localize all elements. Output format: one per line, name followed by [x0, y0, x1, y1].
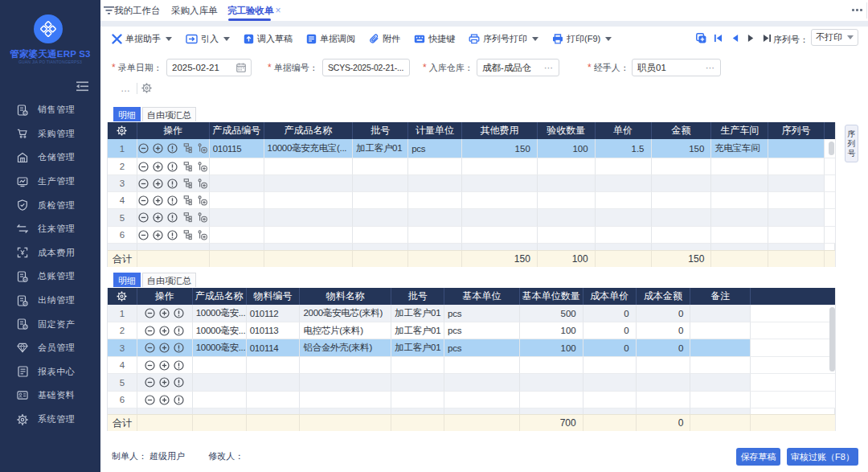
grid-cell[interactable] [247, 357, 301, 374]
grid-cell[interactable]: 0 [583, 339, 637, 357]
grid-scrollbar-thumb[interactable] [829, 142, 834, 155]
grid-cell[interactable]: 0 [583, 322, 637, 339]
grid-cell[interactable] [462, 192, 538, 209]
warn-circle-icon[interactable] [167, 162, 178, 172]
form-settings-gear-icon[interactable] [141, 83, 152, 93]
plus-circle-icon[interactable] [159, 308, 170, 318]
minus-circle-icon[interactable] [138, 162, 149, 172]
grid-cell[interactable]: 加工客户01 [391, 305, 444, 322]
plus-circle-icon[interactable] [153, 195, 163, 206]
sidebar-item-6[interactable]: 成本费用 [0, 241, 100, 265]
grid-1-row-4[interactable]: 4 [108, 357, 835, 374]
grid-cell[interactable] [264, 209, 354, 227]
grid-cell[interactable] [408, 192, 462, 209]
minus-circle-icon[interactable] [138, 195, 149, 206]
grid-1-row-6[interactable]: 6 [108, 392, 835, 408]
grid-cell[interactable] [711, 227, 768, 244]
grid-cell[interactable]: 1.5 [596, 139, 652, 158]
minus-circle-icon[interactable] [138, 179, 149, 189]
serial-side-button[interactable]: 序列号 [845, 125, 858, 162]
grid-cell[interactable] [300, 357, 391, 374]
sidebar-item-0[interactable]: 销售管理 [0, 98, 100, 122]
grid-1-tab-0[interactable]: 明细 [113, 273, 141, 287]
grid-cell[interactable] [652, 158, 712, 175]
minus-circle-icon[interactable] [145, 343, 155, 353]
grid-cell[interactable]: 10000毫安充电宝(... [264, 139, 354, 158]
grid-cell[interactable] [264, 227, 354, 244]
grid-0-row-6[interactable]: 6 [108, 227, 835, 244]
grid-cell[interactable]: 100 [520, 322, 583, 339]
grid-cell[interactable] [210, 227, 264, 244]
warn-circle-icon[interactable] [174, 377, 184, 388]
grid-cell[interactable] [210, 158, 264, 175]
grid-cell[interactable] [538, 192, 596, 209]
warn-circle-icon[interactable] [174, 326, 184, 336]
warn-circle-icon[interactable] [174, 395, 184, 405]
grid-cell[interactable]: 充电宝车间 [711, 139, 768, 158]
first-record-icon[interactable] [714, 34, 723, 45]
grid-0-row-3[interactable]: 3 [108, 175, 835, 192]
grid-cell[interactable]: pcs [444, 305, 520, 322]
grid-cell[interactable] [690, 374, 751, 392]
grid-cell[interactable] [247, 374, 301, 392]
tabbar-more-icon[interactable] [852, 9, 862, 11]
grid-cell[interactable]: 电控芯片(来料) [300, 322, 391, 339]
grid-cell[interactable] [247, 392, 301, 408]
grid-0-tab-0[interactable]: 明细 [113, 107, 141, 121]
grid-cell[interactable] [408, 209, 462, 227]
sidebar-collapse-icon[interactable] [76, 81, 88, 92]
sidebar-item-2[interactable]: 仓储管理 [0, 146, 100, 170]
grid-cell[interactable] [353, 227, 408, 244]
grid-1-row-2[interactable]: 210000毫安...010113电控芯片(来料)加工客户01pcs10000 [108, 322, 835, 339]
grid-cell[interactable] [300, 374, 391, 392]
sidebar-item-1[interactable]: 采购管理 [0, 122, 100, 146]
sidebar-item-3[interactable]: 生产管理 [0, 170, 100, 194]
grid-cell[interactable]: 0 [583, 305, 637, 322]
form-input-0[interactable]: 2025-02-21 [166, 59, 252, 76]
grid-cell[interactable] [596, 209, 652, 227]
grid-cell[interactable] [462, 227, 538, 244]
grid-cell[interactable] [210, 175, 264, 192]
tab-list-icon[interactable] [104, 6, 114, 18]
grid-0-row-2[interactable]: 2 [108, 158, 835, 175]
grid-cell[interactable] [690, 392, 751, 408]
grid-cell[interactable] [652, 209, 712, 227]
grid-cell[interactable] [711, 175, 768, 192]
save-draft-button[interactable]: 保存草稿 [736, 448, 780, 466]
grid-cell[interactable] [652, 227, 712, 244]
serial-add-icon[interactable] [197, 212, 208, 223]
grid-cell[interactable] [193, 374, 247, 392]
grid-cell[interactable] [538, 209, 596, 227]
grid-cell[interactable] [637, 374, 691, 392]
grid-cell[interactable] [520, 392, 583, 408]
plus-circle-icon[interactable] [153, 143, 163, 154]
warn-circle-icon[interactable] [167, 212, 178, 223]
calendar-icon[interactable] [236, 63, 246, 72]
grid-0-tab-1[interactable]: 自由项汇总 [142, 107, 196, 121]
grid-cell[interactable] [538, 227, 596, 244]
serial-add-icon[interactable] [197, 195, 208, 206]
bom-icon[interactable] [182, 195, 193, 206]
form-input-3[interactable]: 职员01⋯ [632, 59, 721, 76]
grid-cell[interactable] [690, 357, 751, 374]
window-tab-1[interactable]: 采购入库单 [171, 0, 218, 21]
grid-cell[interactable]: pcs [444, 339, 520, 357]
grid-cell[interactable] [391, 374, 444, 392]
plus-circle-icon[interactable] [153, 230, 163, 240]
grid-cell[interactable]: pcs [408, 139, 462, 158]
grid-cell[interactable] [652, 192, 712, 209]
grid-cell[interactable] [690, 305, 751, 322]
plus-circle-icon[interactable] [159, 377, 170, 388]
warn-circle-icon[interactable] [167, 143, 178, 154]
minus-circle-icon[interactable] [145, 326, 155, 336]
form-input-2[interactable]: 成都-成品仓⋯ [477, 59, 559, 76]
grid-cell[interactable] [408, 227, 462, 244]
bom-icon[interactable] [182, 212, 193, 223]
grid-cell[interactable] [353, 158, 408, 175]
grid-cell[interactable] [210, 192, 264, 209]
grid-1-row-5[interactable]: 5 [108, 374, 835, 392]
grid-cell[interactable] [193, 392, 247, 408]
warn-circle-icon[interactable] [167, 195, 178, 206]
sidebar-item-10[interactable]: 会员管理 [0, 336, 100, 360]
warn-circle-icon[interactable] [174, 308, 184, 318]
